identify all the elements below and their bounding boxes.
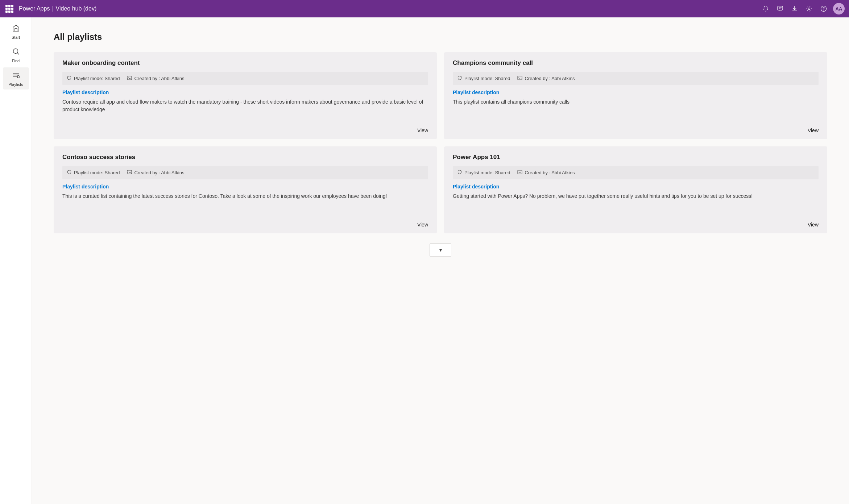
svg-point-1 (808, 8, 810, 10)
sidebar-label-start: Start (12, 35, 20, 39)
view-link-4[interactable]: View (808, 217, 819, 228)
playlist-card-contoso: Contoso success stories Playlist mode: S… (54, 146, 437, 233)
avatar[interactable]: AA (833, 3, 845, 14)
playlist-card-champions: Champions community call Playlist mode: … (444, 52, 827, 139)
main-area: Start Find Playlists All playlists (0, 17, 849, 504)
playlist-mode-3: Playlist mode: Shared (67, 170, 120, 176)
playlist-desc-text-1: Contoso require all app and cloud flow m… (62, 98, 428, 123)
svg-rect-5 (17, 76, 19, 78)
topbar: Power Apps | Video hub (dev) (0, 0, 849, 17)
image-icon-2 (517, 75, 522, 82)
sidebar-label-playlists: Playlists (8, 82, 23, 87)
chevron-down-icon: ▾ (439, 247, 442, 253)
playlist-desc-label-3[interactable]: Playlist description (62, 184, 428, 189)
svg-point-3 (823, 10, 824, 10)
app-subtitle: Video hub (dev) (56, 5, 97, 12)
app-name: Power Apps (19, 5, 50, 12)
sidebar-item-start[interactable]: Start (3, 20, 29, 42)
notification-icon (762, 5, 769, 12)
playlist-desc-label-4[interactable]: Playlist description (453, 184, 819, 189)
waffle-menu[interactable] (4, 4, 15, 14)
topbar-actions: AA (759, 2, 845, 15)
shield-icon-3 (67, 170, 72, 176)
feedback-icon-btn[interactable] (774, 2, 787, 15)
sidebar: Start Find Playlists (0, 17, 32, 504)
home-icon (12, 24, 20, 34)
scroll-down-button[interactable]: ▾ (430, 243, 451, 257)
download-icon-btn[interactable] (788, 2, 801, 15)
image-icon-1 (127, 75, 132, 82)
notification-icon-btn[interactable] (759, 2, 772, 15)
view-link-3[interactable]: View (417, 217, 428, 228)
bottom-chevron-bar: ▾ (54, 241, 827, 259)
playlist-meta-1: Playlist mode: Shared Created by : Abbi … (62, 72, 428, 85)
shield-icon-2 (457, 75, 462, 82)
playlist-creator-3: Created by : Abbi Atkins (127, 170, 184, 176)
shield-icon-1 (67, 75, 72, 82)
help-icon (820, 5, 827, 12)
download-icon (791, 5, 798, 12)
playlist-mode-1: Playlist mode: Shared (67, 75, 120, 82)
sidebar-label-find: Find (12, 59, 20, 63)
playlist-creator-2: Created by : Abbi Atkins (517, 75, 575, 82)
playlist-card-maker-onboarding: Maker onboarding content Playlist mode: … (54, 52, 437, 139)
app-title: Power Apps | Video hub (dev) (19, 5, 96, 12)
playlist-meta-4: Playlist mode: Shared Created by : Abbi … (453, 166, 819, 179)
playlist-title-1: Maker onboarding content (62, 59, 428, 67)
playlist-title-2: Champions community call (453, 59, 819, 67)
playlist-desc-text-3: This is a curated list containing the la… (62, 192, 428, 217)
playlist-creator-4: Created by : Abbi Atkins (517, 170, 575, 176)
playlist-mode-2: Playlist mode: Shared (457, 75, 510, 82)
feedback-icon (777, 5, 783, 12)
waffle-icon (5, 5, 13, 13)
playlist-card-powerapps101: Power Apps 101 Playlist mode: Shared Cre… (444, 146, 827, 233)
playlist-mode-4: Playlist mode: Shared (457, 170, 510, 176)
playlist-desc-label-2[interactable]: Playlist description (453, 89, 819, 95)
image-icon-4 (517, 170, 522, 176)
playlist-desc-text-2: This playlist contains all champions com… (453, 98, 819, 123)
content-area: All playlists Maker onboarding content P… (32, 17, 849, 504)
help-icon-btn[interactable] (817, 2, 830, 15)
settings-icon-btn[interactable] (803, 2, 816, 15)
avatar-initials: AA (836, 6, 842, 12)
page-title: All playlists (54, 32, 827, 42)
playlist-title-4: Power Apps 101 (453, 154, 819, 161)
sidebar-item-playlists[interactable]: Playlists (3, 67, 29, 89)
search-icon (12, 47, 20, 57)
playlist-desc-label-1[interactable]: Playlist description (62, 89, 428, 95)
playlist-meta-3: Playlist mode: Shared Created by : Abbi … (62, 166, 428, 179)
svg-rect-0 (778, 6, 783, 10)
playlists-grid: Maker onboarding content Playlist mode: … (54, 52, 827, 233)
image-icon-3 (127, 170, 132, 176)
shield-icon-4 (457, 170, 462, 176)
playlist-creator-1: Created by : Abbi Atkins (127, 75, 184, 82)
view-link-1[interactable]: View (417, 123, 428, 133)
sidebar-item-find[interactable]: Find (3, 44, 29, 66)
view-link-2[interactable]: View (808, 123, 819, 133)
title-separator: | (52, 5, 53, 12)
playlist-title-3: Contoso success stories (62, 154, 428, 161)
settings-icon (806, 5, 812, 12)
playlist-meta-2: Playlist mode: Shared Created by : Abbi … (453, 72, 819, 85)
playlists-icon (12, 71, 20, 81)
playlist-desc-text-4: Getting started with Power Apps? No prob… (453, 192, 819, 217)
